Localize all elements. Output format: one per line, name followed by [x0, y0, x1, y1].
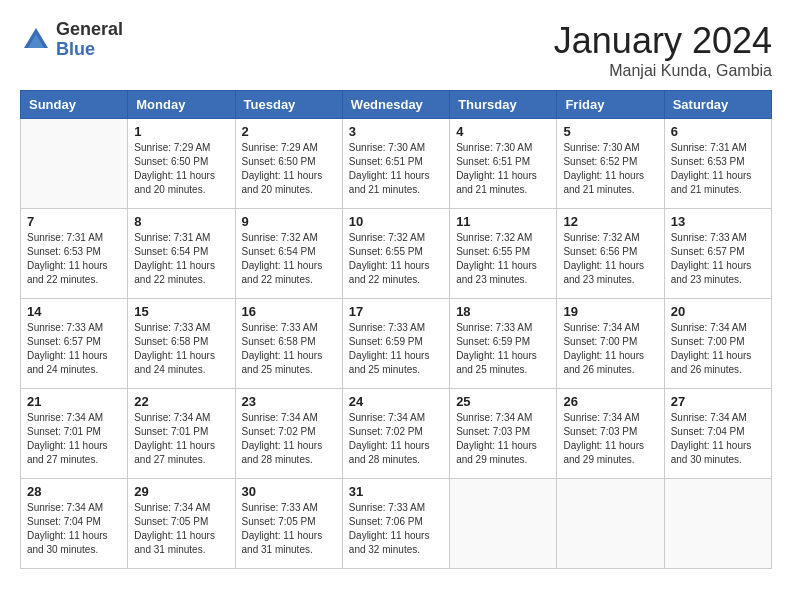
- logo: General Blue: [20, 20, 123, 60]
- day-number: 24: [349, 394, 443, 409]
- calendar-week-row: 21Sunrise: 7:34 AMSunset: 7:01 PMDayligh…: [21, 389, 772, 479]
- day-info: Sunrise: 7:33 AMSunset: 7:06 PMDaylight:…: [349, 501, 443, 557]
- day-number: 1: [134, 124, 228, 139]
- day-number: 25: [456, 394, 550, 409]
- calendar-cell: 21Sunrise: 7:34 AMSunset: 7:01 PMDayligh…: [21, 389, 128, 479]
- weekday-header: Wednesday: [342, 91, 449, 119]
- day-info: Sunrise: 7:32 AMSunset: 6:54 PMDaylight:…: [242, 231, 336, 287]
- month-title: January 2024: [554, 20, 772, 62]
- day-info: Sunrise: 7:34 AMSunset: 7:00 PMDaylight:…: [671, 321, 765, 377]
- calendar-cell: 19Sunrise: 7:34 AMSunset: 7:00 PMDayligh…: [557, 299, 664, 389]
- calendar-cell: 29Sunrise: 7:34 AMSunset: 7:05 PMDayligh…: [128, 479, 235, 569]
- day-info: Sunrise: 7:34 AMSunset: 7:02 PMDaylight:…: [242, 411, 336, 467]
- day-number: 18: [456, 304, 550, 319]
- day-number: 31: [349, 484, 443, 499]
- calendar-cell: 14Sunrise: 7:33 AMSunset: 6:57 PMDayligh…: [21, 299, 128, 389]
- calendar-week-row: 14Sunrise: 7:33 AMSunset: 6:57 PMDayligh…: [21, 299, 772, 389]
- calendar-cell: 2Sunrise: 7:29 AMSunset: 6:50 PMDaylight…: [235, 119, 342, 209]
- calendar-cell: 28Sunrise: 7:34 AMSunset: 7:04 PMDayligh…: [21, 479, 128, 569]
- calendar-cell: 13Sunrise: 7:33 AMSunset: 6:57 PMDayligh…: [664, 209, 771, 299]
- day-info: Sunrise: 7:32 AMSunset: 6:55 PMDaylight:…: [456, 231, 550, 287]
- day-number: 17: [349, 304, 443, 319]
- day-number: 11: [456, 214, 550, 229]
- weekday-header-row: SundayMondayTuesdayWednesdayThursdayFrid…: [21, 91, 772, 119]
- day-info: Sunrise: 7:34 AMSunset: 7:02 PMDaylight:…: [349, 411, 443, 467]
- calendar-cell: [664, 479, 771, 569]
- day-number: 20: [671, 304, 765, 319]
- day-number: 10: [349, 214, 443, 229]
- day-number: 8: [134, 214, 228, 229]
- calendar-cell: 6Sunrise: 7:31 AMSunset: 6:53 PMDaylight…: [664, 119, 771, 209]
- day-number: 13: [671, 214, 765, 229]
- calendar-cell: 3Sunrise: 7:30 AMSunset: 6:51 PMDaylight…: [342, 119, 449, 209]
- day-info: Sunrise: 7:34 AMSunset: 7:04 PMDaylight:…: [27, 501, 121, 557]
- day-number: 22: [134, 394, 228, 409]
- weekday-header: Tuesday: [235, 91, 342, 119]
- day-number: 2: [242, 124, 336, 139]
- calendar-cell: 7Sunrise: 7:31 AMSunset: 6:53 PMDaylight…: [21, 209, 128, 299]
- calendar-cell: [557, 479, 664, 569]
- calendar-cell: [21, 119, 128, 209]
- day-number: 15: [134, 304, 228, 319]
- day-info: Sunrise: 7:30 AMSunset: 6:52 PMDaylight:…: [563, 141, 657, 197]
- weekday-header: Monday: [128, 91, 235, 119]
- logo-text: General Blue: [56, 20, 123, 60]
- calendar-cell: 16Sunrise: 7:33 AMSunset: 6:58 PMDayligh…: [235, 299, 342, 389]
- calendar-table: SundayMondayTuesdayWednesdayThursdayFrid…: [20, 90, 772, 569]
- calendar-cell: 30Sunrise: 7:33 AMSunset: 7:05 PMDayligh…: [235, 479, 342, 569]
- day-info: Sunrise: 7:33 AMSunset: 6:57 PMDaylight:…: [671, 231, 765, 287]
- calendar-cell: 17Sunrise: 7:33 AMSunset: 6:59 PMDayligh…: [342, 299, 449, 389]
- day-number: 21: [27, 394, 121, 409]
- calendar-cell: 11Sunrise: 7:32 AMSunset: 6:55 PMDayligh…: [450, 209, 557, 299]
- day-info: Sunrise: 7:30 AMSunset: 6:51 PMDaylight:…: [349, 141, 443, 197]
- day-info: Sunrise: 7:32 AMSunset: 6:55 PMDaylight:…: [349, 231, 443, 287]
- day-info: Sunrise: 7:34 AMSunset: 7:03 PMDaylight:…: [563, 411, 657, 467]
- calendar-cell: 12Sunrise: 7:32 AMSunset: 6:56 PMDayligh…: [557, 209, 664, 299]
- calendar-week-row: 1Sunrise: 7:29 AMSunset: 6:50 PMDaylight…: [21, 119, 772, 209]
- calendar-cell: 1Sunrise: 7:29 AMSunset: 6:50 PMDaylight…: [128, 119, 235, 209]
- calendar-cell: 26Sunrise: 7:34 AMSunset: 7:03 PMDayligh…: [557, 389, 664, 479]
- day-info: Sunrise: 7:31 AMSunset: 6:53 PMDaylight:…: [671, 141, 765, 197]
- calendar-cell: 18Sunrise: 7:33 AMSunset: 6:59 PMDayligh…: [450, 299, 557, 389]
- day-number: 19: [563, 304, 657, 319]
- day-info: Sunrise: 7:34 AMSunset: 7:01 PMDaylight:…: [134, 411, 228, 467]
- calendar-cell: 10Sunrise: 7:32 AMSunset: 6:55 PMDayligh…: [342, 209, 449, 299]
- logo-blue: Blue: [56, 40, 123, 60]
- day-number: 12: [563, 214, 657, 229]
- calendar-cell: 31Sunrise: 7:33 AMSunset: 7:06 PMDayligh…: [342, 479, 449, 569]
- day-info: Sunrise: 7:34 AMSunset: 7:04 PMDaylight:…: [671, 411, 765, 467]
- day-info: Sunrise: 7:31 AMSunset: 6:54 PMDaylight:…: [134, 231, 228, 287]
- day-number: 14: [27, 304, 121, 319]
- calendar-cell: 22Sunrise: 7:34 AMSunset: 7:01 PMDayligh…: [128, 389, 235, 479]
- day-number: 30: [242, 484, 336, 499]
- page-header: General Blue January 2024 Manjai Kunda, …: [20, 20, 772, 80]
- day-info: Sunrise: 7:33 AMSunset: 6:57 PMDaylight:…: [27, 321, 121, 377]
- calendar-cell: 23Sunrise: 7:34 AMSunset: 7:02 PMDayligh…: [235, 389, 342, 479]
- calendar-cell: 8Sunrise: 7:31 AMSunset: 6:54 PMDaylight…: [128, 209, 235, 299]
- weekday-header: Saturday: [664, 91, 771, 119]
- calendar-cell: 25Sunrise: 7:34 AMSunset: 7:03 PMDayligh…: [450, 389, 557, 479]
- calendar-cell: 4Sunrise: 7:30 AMSunset: 6:51 PMDaylight…: [450, 119, 557, 209]
- day-number: 4: [456, 124, 550, 139]
- day-number: 26: [563, 394, 657, 409]
- logo-general: General: [56, 20, 123, 40]
- day-info: Sunrise: 7:33 AMSunset: 6:58 PMDaylight:…: [242, 321, 336, 377]
- day-info: Sunrise: 7:33 AMSunset: 6:59 PMDaylight:…: [349, 321, 443, 377]
- day-number: 7: [27, 214, 121, 229]
- day-number: 6: [671, 124, 765, 139]
- day-info: Sunrise: 7:34 AMSunset: 7:05 PMDaylight:…: [134, 501, 228, 557]
- logo-icon: [20, 24, 52, 56]
- calendar-cell: 20Sunrise: 7:34 AMSunset: 7:00 PMDayligh…: [664, 299, 771, 389]
- weekday-header: Sunday: [21, 91, 128, 119]
- day-number: 16: [242, 304, 336, 319]
- day-number: 29: [134, 484, 228, 499]
- title-section: January 2024 Manjai Kunda, Gambia: [554, 20, 772, 80]
- location-title: Manjai Kunda, Gambia: [554, 62, 772, 80]
- calendar-cell: [450, 479, 557, 569]
- day-info: Sunrise: 7:29 AMSunset: 6:50 PMDaylight:…: [242, 141, 336, 197]
- calendar-cell: 5Sunrise: 7:30 AMSunset: 6:52 PMDaylight…: [557, 119, 664, 209]
- day-number: 9: [242, 214, 336, 229]
- day-info: Sunrise: 7:33 AMSunset: 6:59 PMDaylight:…: [456, 321, 550, 377]
- day-info: Sunrise: 7:29 AMSunset: 6:50 PMDaylight:…: [134, 141, 228, 197]
- day-number: 28: [27, 484, 121, 499]
